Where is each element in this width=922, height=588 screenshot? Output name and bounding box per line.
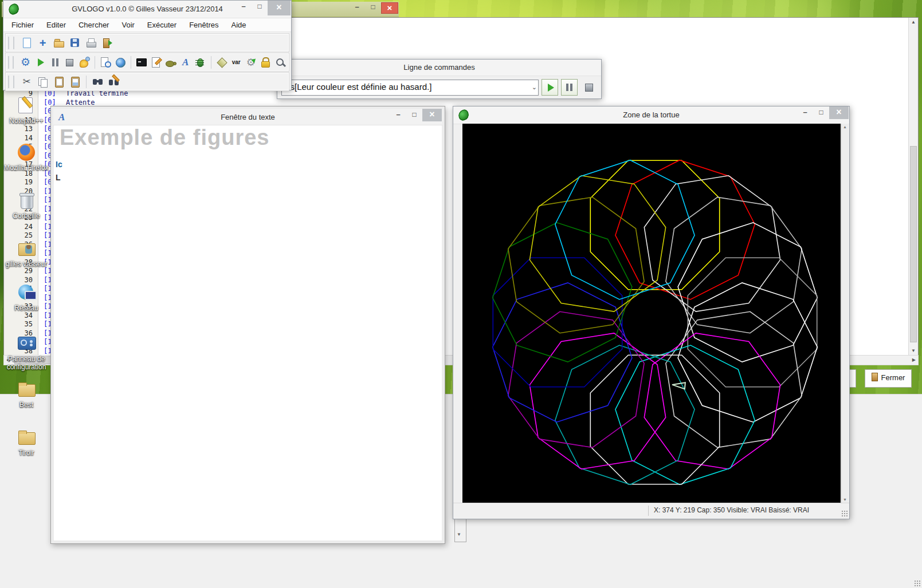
- play-icon: [548, 84, 554, 92]
- open-folder-button[interactable]: [52, 35, 66, 50]
- add-icon: [37, 37, 49, 49]
- primitives-button[interactable]: [215, 55, 228, 69]
- maximize-button[interactable]: [365, 2, 381, 13]
- panneau-config-icon: [16, 334, 37, 354]
- close-button[interactable]: [381, 2, 398, 14]
- turtle-icon: [164, 56, 177, 69]
- pause-button[interactable]: [48, 55, 61, 69]
- menu-fichier[interactable]: Fichier: [11, 21, 34, 29]
- minimize-button[interactable]: [390, 109, 406, 121]
- font-button[interactable]: [179, 55, 192, 69]
- turtle-coordinates: X: 374 Y: 219 Cap: 350 Visible: VRAI Bai…: [654, 503, 809, 518]
- pause-icon: [49, 56, 61, 69]
- toolbar-grip[interactable]: [8, 37, 14, 49]
- run-command-button[interactable]: [542, 79, 558, 96]
- new-file-button[interactable]: [19, 35, 34, 50]
- chevron-down-icon[interactable]: ⌄: [532, 84, 537, 91]
- clean-button[interactable]: [77, 55, 91, 69]
- print-button[interactable]: [84, 35, 98, 50]
- pause-command-button[interactable]: [561, 79, 578, 96]
- statusbar-divider: [648, 506, 649, 516]
- document-text-fragment: L: [56, 173, 61, 182]
- add-button[interactable]: [36, 35, 50, 50]
- turtle-button[interactable]: [164, 55, 178, 69]
- inspect-button[interactable]: [274, 55, 287, 69]
- find-replace-icon: [108, 76, 120, 88]
- desktop-icon-corbeille[interactable]: Corbeille: [0, 191, 53, 220]
- run-button[interactable]: [34, 55, 47, 69]
- toolbar-grip[interactable]: [8, 56, 14, 69]
- text-window-content[interactable]: Exemple de figures Ic L: [54, 125, 442, 540]
- command-combobox[interactable]: ⌄: [281, 80, 539, 96]
- desktop-icon-label: Best: [0, 401, 53, 409]
- find-replace-button[interactable]: [107, 74, 121, 89]
- desktop-icon-notepadpp[interactable]: Notepad++: [0, 96, 53, 125]
- procedures-icon: [245, 56, 257, 69]
- editor-button[interactable]: [150, 55, 163, 69]
- quit-button[interactable]: [100, 35, 114, 50]
- minimize-button[interactable]: [349, 2, 365, 13]
- minimize-button[interactable]: [797, 106, 813, 119]
- save-icon: [69, 37, 81, 49]
- resize-grip[interactable]: [841, 510, 848, 517]
- preview-button[interactable]: [99, 55, 112, 69]
- close-trace-button[interactable]: Fermer: [865, 369, 912, 388]
- terminal-button[interactable]: [135, 55, 148, 69]
- inspect-icon: [274, 56, 287, 69]
- paste-special-button[interactable]: [68, 74, 82, 89]
- text-window-titlebar[interactable]: A Fenêtre du texte: [53, 109, 442, 125]
- copy-button[interactable]: [36, 74, 50, 89]
- debug-button[interactable]: [194, 55, 207, 69]
- resize-grip[interactable]: [914, 580, 921, 587]
- vertical-scrollbar[interactable]: [908, 18, 918, 355]
- cut-button[interactable]: [19, 74, 34, 89]
- desktop-icon-label: Panneau de configuration: [0, 355, 53, 371]
- menu-aide[interactable]: Aide: [231, 21, 246, 29]
- save-button[interactable]: [68, 35, 82, 50]
- turtle-drawing: [462, 124, 841, 503]
- turtle-window-titlebar[interactable]: Zone de la tortue: [453, 106, 849, 124]
- maximize-button[interactable]: [406, 109, 422, 121]
- turtle-cursor: [672, 382, 685, 389]
- stop-button[interactable]: [63, 55, 76, 69]
- main-window-titlebar[interactable]: GVLOGO v1.0.0 © Gilles Vasseur 23/12/201…: [3, 1, 291, 18]
- turtle-canvas[interactable]: [462, 124, 841, 503]
- scrollbar-thumb[interactable]: [910, 146, 917, 343]
- close-button[interactable]: [422, 109, 442, 121]
- maximize-button[interactable]: [252, 1, 268, 13]
- toolbar-grip[interactable]: [8, 76, 14, 88]
- paste-special-icon: [69, 76, 81, 88]
- procedures-button[interactable]: [244, 55, 257, 69]
- lock-button[interactable]: [259, 55, 272, 69]
- web-button[interactable]: [113, 55, 127, 69]
- desktop-icon-panneau-config[interactable]: Panneau de configuration: [0, 334, 53, 371]
- desktop-icon-reseau[interactable]: Réseau: [0, 283, 53, 312]
- stop-command-button[interactable]: [580, 79, 597, 96]
- menu-voir[interactable]: Voir: [121, 21, 134, 29]
- find-button[interactable]: [91, 74, 105, 89]
- menu-fenetres[interactable]: Fenêtres: [189, 21, 218, 29]
- close-button[interactable]: [268, 1, 291, 15]
- command-input[interactable]: [282, 80, 528, 94]
- desktop-icon-firefox[interactable]: Mozilla Firefox: [0, 143, 53, 172]
- settings-gear-button[interactable]: [19, 55, 32, 69]
- menu-chercher[interactable]: Chercher: [79, 21, 109, 29]
- desktop-icon-best[interactable]: Best: [0, 380, 53, 409]
- toolbar-area: [3, 32, 291, 92]
- turtle-canvas-scrollbar[interactable]: [841, 124, 849, 503]
- variables-button[interactable]: [230, 55, 243, 69]
- minimize-button[interactable]: [236, 1, 252, 13]
- toolbar-row-1: [5, 33, 289, 52]
- desktop-icon-gilles-vasseur[interactable]: gilles vasseur: [0, 239, 53, 268]
- notepadpp-icon: [16, 96, 37, 116]
- close-button[interactable]: [829, 106, 849, 119]
- maximize-button[interactable]: [813, 106, 829, 119]
- run-icon: [34, 56, 46, 69]
- menu-editer[interactable]: Editer: [46, 21, 66, 29]
- menu-executer[interactable]: Exécuter: [147, 21, 176, 29]
- desktop-icon-tiroir[interactable]: Tiroir: [0, 428, 53, 457]
- toolbar-separator: [131, 56, 131, 69]
- paste-button[interactable]: [52, 74, 66, 89]
- turtle-window-title: Zone de la tortue: [453, 106, 849, 124]
- command-window-titlebar[interactable]: Ligne de commandes: [277, 60, 601, 76]
